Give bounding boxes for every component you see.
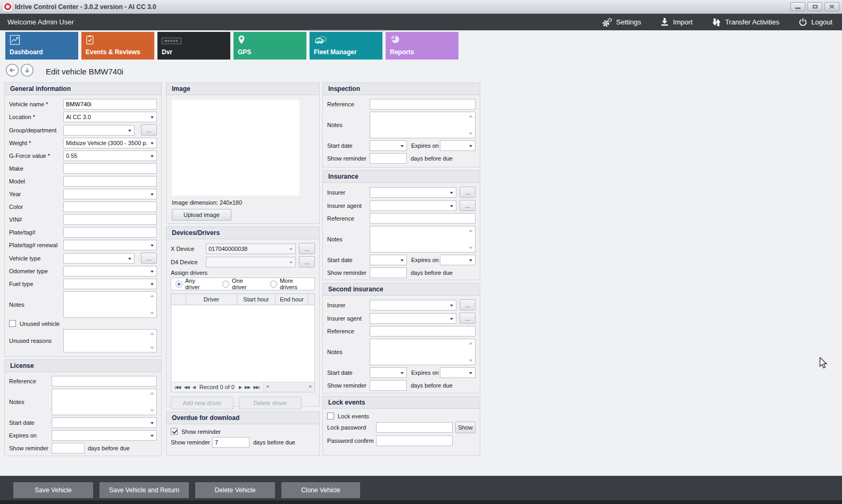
license-start-date-dropdown[interactable] [52, 417, 157, 428]
scroll-down-button[interactable] [20, 63, 34, 79]
x-device-browse-button[interactable]: ... [299, 243, 315, 254]
gforce-value-dropdown[interactable]: 0.55 [63, 150, 157, 161]
license-reference-input[interactable] [52, 376, 157, 387]
inspection-reference-input[interactable] [370, 99, 476, 110]
second-insurance-expires-dropdown[interactable] [440, 367, 476, 378]
scroll-left-icon[interactable]: ◀ [266, 384, 269, 389]
insurance-agent-browse-button[interactable]: ... [460, 200, 476, 211]
prev-record-button[interactable]: ◀ [193, 385, 195, 390]
overdue-reminder-days-input[interactable] [212, 437, 249, 448]
location-dropdown[interactable]: Al CC 3.0 [63, 112, 157, 122]
overdue-show-reminder-checkbox[interactable] [171, 428, 178, 435]
first-record-button[interactable]: |◀◀ [174, 385, 180, 390]
delete-vehicle-button[interactable]: Delete Vehicle [195, 482, 275, 498]
tab-reports[interactable]: Reports [386, 32, 458, 60]
d4-device-dropdown[interactable] [206, 257, 296, 267]
next-record-button[interactable]: ▶ [239, 385, 241, 390]
d4-device-browse-button[interactable]: ... [299, 256, 315, 267]
inspection-notes-textarea[interactable] [370, 112, 476, 138]
more-drivers-radio[interactable]: More drivers [270, 278, 310, 290]
tab-dashboard[interactable]: Dashboard [5, 32, 78, 60]
maximize-button[interactable] [807, 2, 822, 11]
next-page-button[interactable]: ▶▶ [245, 385, 250, 390]
save-vehicle-button[interactable]: Save Vehicle [13, 482, 93, 498]
vehicle-type-dropdown[interactable] [63, 253, 135, 264]
group-department-browse-button[interactable]: ... [141, 124, 157, 136]
unused-vehicle-checkbox[interactable] [9, 320, 16, 327]
insurance-insurer-dropdown[interactable] [370, 187, 456, 198]
tab-fleet-manager[interactable]: Fleet Manager [310, 32, 382, 60]
unused-reasons-textarea[interactable] [63, 329, 157, 352]
horizontal-scrollbar[interactable]: ◀ ▶ [263, 382, 314, 392]
fuel-type-dropdown[interactable] [63, 279, 157, 289]
clone-vehicle-button[interactable]: Clone Vehicle [281, 482, 360, 498]
show-password-button[interactable]: Show [455, 422, 476, 433]
x-device-dropdown[interactable]: 017040000038 [206, 243, 296, 254]
general-notes-textarea[interactable] [63, 291, 157, 318]
odometer-type-dropdown[interactable] [63, 266, 157, 276]
model-input[interactable] [63, 176, 157, 187]
start-hour-column-header[interactable]: Start hour [237, 294, 276, 305]
close-button[interactable] [824, 2, 839, 11]
download-icon [660, 18, 669, 27]
tab-gps[interactable]: GPS [234, 32, 306, 60]
any-driver-radio[interactable]: Any driver [176, 278, 210, 290]
color-input[interactable] [63, 201, 157, 212]
second-insurance-notes-textarea[interactable] [370, 339, 476, 365]
second-insurance-agent-browse-button[interactable]: ... [460, 313, 476, 324]
settings-button[interactable]: Settings [602, 18, 641, 27]
logout-button[interactable]: Logout [798, 18, 832, 27]
scroll-right-icon[interactable]: ▶ [310, 384, 312, 389]
insurance-reference-input[interactable] [370, 213, 476, 224]
one-driver-radio[interactable]: One driver [222, 278, 257, 290]
make-input[interactable] [63, 163, 157, 174]
second-insurance-insurer-browse-button[interactable]: ... [460, 299, 476, 310]
insurance-insurer-browse-button[interactable]: ... [460, 187, 476, 198]
license-expires-dropdown[interactable] [52, 430, 157, 441]
lock-password-input[interactable] [376, 422, 453, 433]
prev-page-button[interactable]: ◀◀ [184, 385, 189, 390]
end-hour-column-header[interactable]: End hour [276, 294, 309, 305]
tab-reports-label: Reports [390, 48, 414, 56]
vin-input[interactable] [63, 214, 157, 225]
minimize-button[interactable] [790, 2, 805, 11]
plate-renewal-dropdown[interactable] [63, 240, 157, 250]
tab-events-reviews[interactable]: Events & Reviews [81, 32, 154, 60]
insurance-reminder-days-input[interactable] [370, 267, 407, 278]
weight-dropdown[interactable]: Midsize Vehicle (3000 - 3500 p... [63, 138, 157, 148]
group-department-dropdown[interactable] [63, 125, 135, 136]
transfer-activities-button[interactable]: Transfer Activities [712, 18, 779, 27]
last-record-button[interactable]: ▶▶| [253, 385, 259, 390]
tab-dvr[interactable]: MERGE Dvr [157, 32, 230, 60]
license-notes-textarea[interactable] [52, 389, 157, 415]
drivers-table-body[interactable] [171, 305, 314, 382]
insurance-agent-dropdown[interactable] [370, 200, 456, 211]
second-insurance-reference-input[interactable] [370, 326, 476, 337]
lock-events-checkbox[interactable] [327, 413, 334, 419]
insurance-start-date-dropdown[interactable] [370, 255, 407, 265]
upload-image-button[interactable]: Upload image [172, 209, 231, 221]
vehicle-type-browse-button[interactable]: ... [141, 253, 157, 264]
delete-driver-button[interactable]: Delete driver [239, 397, 302, 409]
password-confirm-input[interactable] [376, 435, 453, 446]
save-vehicle-and-return-button[interactable]: Save Vehicle and Return [99, 482, 189, 498]
driver-column-header[interactable]: Driver [186, 294, 237, 305]
add-new-driver-button[interactable]: Add new driver [171, 397, 234, 409]
second-insurance-start-date-dropdown[interactable] [370, 367, 407, 378]
insurance-notes-textarea[interactable] [370, 226, 476, 253]
second-insurance-reminder-days-input[interactable] [370, 380, 407, 391]
insurance-expires-dropdown[interactable] [440, 255, 476, 265]
second-insurance-agent-dropdown[interactable] [370, 313, 456, 324]
import-button[interactable]: Import [660, 18, 693, 27]
back-button[interactable] [5, 63, 19, 79]
insurance-notes-label: Notes [327, 236, 370, 242]
year-dropdown[interactable] [63, 189, 157, 199]
vehicle-name-input[interactable] [63, 99, 157, 110]
second-insurance-notes-label: Notes [327, 349, 370, 355]
license-reminder-days-input[interactable] [52, 443, 85, 453]
inspection-start-date-dropdown[interactable] [370, 140, 407, 151]
second-insurance-insurer-dropdown[interactable] [370, 300, 456, 310]
plate-tag-input[interactable] [63, 227, 157, 238]
inspection-expires-dropdown[interactable] [440, 140, 476, 151]
inspection-reminder-days-input[interactable] [370, 153, 407, 164]
